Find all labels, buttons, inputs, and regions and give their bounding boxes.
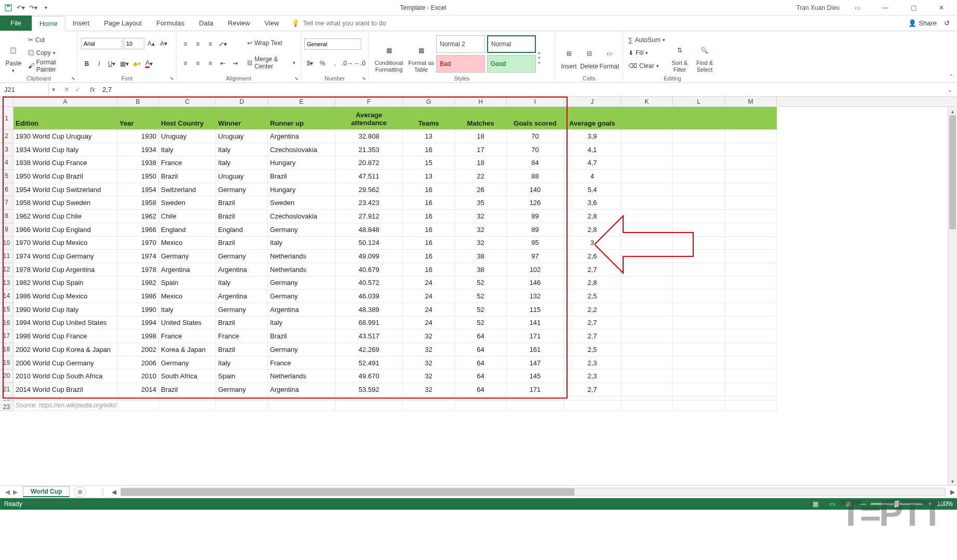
find-select-button[interactable]: 🔍Find & Select <box>692 33 717 81</box>
cell[interactable]: 52 <box>455 303 507 317</box>
cell[interactable]: 2,8 <box>564 210 621 223</box>
ribbon-display-icon[interactable]: ▭ <box>847 1 868 15</box>
cell[interactable]: 32 <box>403 357 455 370</box>
cell[interactable] <box>725 277 777 290</box>
cell[interactable]: 1938 <box>117 156 159 170</box>
cell[interactable]: 147 <box>507 357 564 370</box>
row-header[interactable]: 11 <box>0 250 14 263</box>
cell[interactable]: Brazil <box>216 196 268 210</box>
cell[interactable]: France <box>159 330 216 343</box>
cell[interactable] <box>725 330 777 343</box>
cell[interactable] <box>268 397 335 401</box>
cell[interactable] <box>403 397 455 401</box>
cell[interactable]: 1990 World Cup Italy <box>14 303 117 317</box>
cell[interactable] <box>725 250 777 263</box>
style-bad[interactable]: Bad <box>436 55 485 73</box>
horizontal-scrollbar[interactable] <box>120 488 946 496</box>
minimize-icon[interactable]: — <box>875 1 896 15</box>
cell[interactable]: 64 <box>455 343 507 357</box>
style-normal2[interactable]: Normal 2 <box>436 35 485 53</box>
cell[interactable]: Chile <box>159 210 216 223</box>
copy-button[interactable]: ⿻Copy▾ <box>26 47 74 59</box>
increase-decimal-icon[interactable]: .0→ <box>342 58 353 69</box>
cell[interactable]: Italy <box>216 143 268 157</box>
maximize-icon[interactable]: ▢ <box>903 1 924 15</box>
cell[interactable]: 32 <box>403 343 455 357</box>
cell[interactable]: Brazil <box>159 383 216 397</box>
cell[interactable]: Argentina <box>268 130 335 143</box>
cell[interactable]: Brazil <box>216 237 268 250</box>
scroll-down-icon[interactable]: ▾ <box>948 477 957 485</box>
merge-center-button[interactable]: ⊟Merge & Center▾ <box>245 57 298 69</box>
cell[interactable]: 2,7 <box>564 317 621 330</box>
cell[interactable] <box>403 401 455 411</box>
sort-filter-button[interactable]: ⇅Sort & Filter <box>667 33 692 81</box>
cell[interactable]: 1966 <box>117 223 159 237</box>
cell[interactable]: Argentina <box>268 303 335 317</box>
cell[interactable] <box>725 223 777 237</box>
redo-icon[interactable]: ↷▾ <box>29 4 37 12</box>
cell[interactable]: 4,7 <box>564 156 621 170</box>
normal-view-icon[interactable]: ▦ <box>810 499 821 509</box>
scroll-left-icon[interactable]: ◀ <box>109 487 118 497</box>
cell[interactable] <box>621 237 673 250</box>
cell[interactable]: 50.124 <box>335 237 403 250</box>
cell[interactable]: Italy <box>216 357 268 370</box>
cell[interactable]: 2,5 <box>564 343 621 357</box>
cell[interactable]: Italy <box>268 317 335 330</box>
cell[interactable]: 95 <box>507 237 564 250</box>
cell[interactable] <box>216 401 268 411</box>
cell[interactable] <box>725 183 777 197</box>
row-header[interactable]: 18 <box>0 343 14 357</box>
cell[interactable]: Germany <box>216 183 268 197</box>
cell[interactable] <box>159 401 216 411</box>
cell[interactable]: 15 <box>403 156 455 170</box>
cell[interactable]: 29.562 <box>335 183 403 197</box>
cell[interactable]: 32 <box>403 383 455 397</box>
cell[interactable]: 2,8 <box>564 223 621 237</box>
cell[interactable]: 16 <box>403 250 455 263</box>
cell[interactable]: 2014 World Cup Brazil <box>14 383 117 397</box>
review-tab[interactable]: Review <box>221 16 258 31</box>
cell[interactable]: Netherlands <box>268 250 335 263</box>
cell[interactable]: 20.872 <box>335 156 403 170</box>
cell[interactable]: United States <box>159 317 216 330</box>
cell[interactable]: Uruguay <box>216 170 268 183</box>
cell[interactable]: Italy <box>159 303 216 317</box>
col-header-M[interactable]: M <box>725 97 777 106</box>
cell[interactable] <box>507 401 564 411</box>
cell[interactable]: 13 <box>403 130 455 143</box>
cell[interactable]: Czechoslovakia <box>268 210 335 223</box>
cell[interactable] <box>673 303 725 317</box>
cell[interactable]: Germany <box>268 290 335 303</box>
cell[interactable] <box>673 370 725 383</box>
cell[interactable]: Czechoslovakia <box>268 143 335 157</box>
cell[interactable]: Germany <box>216 383 268 397</box>
cell[interactable] <box>673 183 725 197</box>
cell[interactable]: 1978 World Cup Argentina <box>14 263 117 277</box>
cell[interactable] <box>621 156 673 170</box>
cell[interactable]: 32.808 <box>335 130 403 143</box>
cell[interactable]: 49.099 <box>335 250 403 263</box>
format-cells-button[interactable]: ▭Format <box>599 33 619 81</box>
cell[interactable]: 64 <box>455 370 507 383</box>
row-header[interactable]: 2 <box>0 130 14 143</box>
cell[interactable]: Sweden <box>268 196 335 210</box>
increase-indent-icon[interactable]: ⇥ <box>230 58 241 69</box>
cell[interactable]: 1986 <box>117 290 159 303</box>
cell[interactable]: 1982 World Cup Spain <box>14 277 117 290</box>
cell[interactable]: 2,2 <box>564 303 621 317</box>
row-header[interactable]: 12 <box>0 263 14 277</box>
cell[interactable]: Sweden <box>159 196 216 210</box>
row-header[interactable]: 4 <box>0 156 14 170</box>
cell[interactable] <box>673 330 725 343</box>
cell[interactable] <box>507 397 564 401</box>
save-icon[interactable] <box>4 4 12 12</box>
cell[interactable]: Uruguay <box>216 130 268 143</box>
cell[interactable]: Korea & Japan <box>159 343 216 357</box>
cell[interactable] <box>673 130 725 143</box>
cell[interactable]: 1950 World Cup Brazil <box>14 170 117 183</box>
cell[interactable]: 1958 <box>117 196 159 210</box>
cell[interactable]: Brazil <box>268 330 335 343</box>
cell[interactable] <box>725 290 777 303</box>
